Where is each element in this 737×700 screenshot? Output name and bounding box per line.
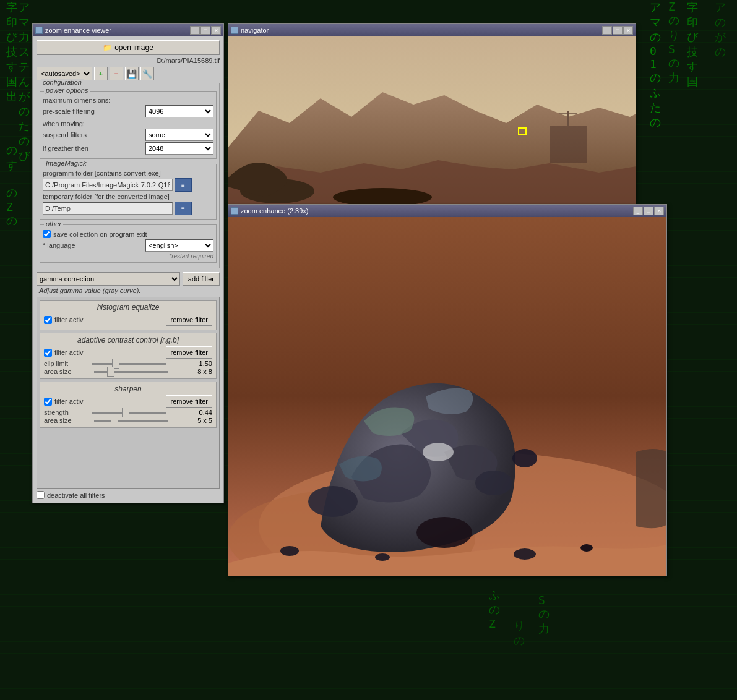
histogram-remove-button[interactable]: remove filter (166, 314, 212, 326)
deactivate-all-label: deactivate all filters (47, 492, 105, 499)
browse-icon2: ≡ (181, 205, 185, 212)
max-dimensions-label: maximum dimensions: (43, 96, 213, 104)
zoom-controls: _ □ ✕ (633, 207, 664, 215)
titlebar-left: zoom enhance viewer (35, 27, 111, 34)
svg-point-17 (514, 548, 536, 560)
close-button[interactable]: ✕ (211, 26, 221, 35)
filter-type-select[interactable]: gamma correction histogram equalize shar… (37, 272, 180, 286)
configuration-group: configuration power options maximum dime… (37, 83, 220, 268)
language-label: * language (43, 242, 75, 249)
sharpen-filter: sharpen filter activ remove filter stren… (40, 382, 217, 428)
filter-description: Adjust gamma value (gray curve). (39, 287, 220, 294)
save-collection-checkbox[interactable] (43, 230, 51, 238)
sharpen-area-slider[interactable] (94, 420, 168, 422)
maximize-button[interactable]: □ (200, 26, 210, 35)
settings-button[interactable]: 🔧 (140, 67, 154, 80)
temp-folder-input[interactable] (43, 202, 173, 215)
adaptive-contrast-row: filter activ remove filter (44, 346, 212, 359)
program-folder-browse[interactable]: ≡ (175, 178, 192, 192)
nav-controls: _ □ ✕ (602, 26, 633, 35)
add-filter-button[interactable]: add filter (183, 272, 220, 286)
histogram-equalize-active[interactable] (44, 316, 52, 324)
power-options-group: power options maximum dimensions: pre-sc… (40, 91, 217, 159)
viewer-titlebar: zoom enhance viewer _ □ ✕ (33, 24, 223, 36)
zoom-close-button[interactable]: ✕ (654, 207, 664, 215)
zoom-terrain-svg (228, 217, 666, 576)
browse-icon: ≡ (181, 182, 185, 189)
if-greater-select[interactable]: 2048 (145, 142, 213, 155)
histogram-active-label: filter activ (54, 316, 83, 323)
viewer-content: 📁 open image D:/mars/PIA15689.tif <autos… (33, 36, 223, 503)
suspend-select[interactable]: some (145, 129, 213, 141)
minimize-button[interactable]: _ (190, 26, 200, 35)
zoom-minimize-button[interactable]: _ (633, 207, 643, 215)
zoom-enhance-window: zoom enhance (2.39x) _ □ ✕ (228, 204, 667, 576)
svg-point-13 (512, 449, 537, 467)
viewer-controls: _ □ ✕ (190, 26, 221, 35)
area-size-slider[interactable] (94, 371, 168, 373)
clip-limit-label: clip limit (44, 360, 68, 367)
temp-folder-browse[interactable]: ≡ (175, 202, 192, 215)
save-collection-row: save collection on program exit (43, 230, 213, 238)
filter-selector-row: gamma correction histogram equalize shar… (37, 272, 220, 286)
navigator-image[interactable] (228, 36, 636, 207)
other-group: other save collection on program exit * … (40, 224, 217, 263)
viewer-icon (35, 27, 43, 34)
zoom-icon (231, 207, 238, 215)
program-folder-label: programm folder [contains convert.exe] (43, 169, 213, 177)
sharpen-remove-button[interactable]: remove filter (166, 395, 212, 408)
clip-limit-slider[interactable] (92, 363, 166, 365)
zoom-titlebar: zoom enhance (2.39x) _ □ ✕ (228, 205, 666, 217)
adaptive-contrast-active[interactable] (44, 349, 52, 357)
svg-point-18 (580, 544, 593, 552)
other-title: other (44, 220, 63, 228)
pre-scale-label: pre-scale filtering (43, 108, 95, 115)
power-options-title: power options (44, 87, 90, 94)
svg-point-12 (475, 471, 512, 495)
zoom-image-container (228, 217, 666, 576)
sharpen-row: filter activ remove filter (44, 395, 212, 408)
svg-point-10 (423, 443, 454, 461)
deactivate-all-checkbox[interactable] (37, 491, 45, 499)
suspend-row: suspend filters some (43, 129, 213, 141)
nav-close-button[interactable]: ✕ (623, 26, 633, 35)
temp-folder-row: ≡ (43, 202, 213, 215)
zoom-titlebar-left: zoom enhance (2.39x) (231, 207, 308, 215)
navigator-titlebar: navigator _ □ ✕ (228, 24, 636, 36)
imagemagick-group: ImageMagick programm folder [contains co… (40, 164, 217, 220)
save-icon: 💾 (127, 69, 137, 79)
sharpen-active[interactable] (44, 398, 52, 406)
nav-maximize-button[interactable]: □ (613, 26, 623, 35)
sharpen-area-row: area size 5 x 5 (44, 417, 212, 424)
histogram-equalize-row: filter activ remove filter (44, 314, 212, 326)
open-image-label: open image (114, 43, 153, 52)
area-size-row: area size 8 x 8 (44, 368, 212, 375)
nav-minimize-button[interactable]: _ (602, 26, 612, 35)
sharpen-active-label: filter activ (54, 398, 83, 405)
save-preset-button[interactable]: 💾 (125, 67, 139, 80)
pre-scale-select[interactable]: 4096 (145, 105, 213, 117)
deactivate-row: deactivate all filters (37, 491, 220, 499)
add-preset-button[interactable]: + (94, 67, 108, 80)
language-select[interactable]: <english> (145, 239, 213, 252)
temp-folder-label: temporary folder [for the converted imag… (43, 193, 213, 200)
program-folder-input[interactable] (43, 179, 173, 191)
if-greater-label: if greather then (43, 145, 88, 152)
svg-point-14 (416, 517, 472, 548)
strength-slider[interactable] (92, 412, 166, 414)
zoom-maximize-button[interactable]: □ (644, 207, 653, 215)
open-image-button[interactable]: 📁 open image (37, 40, 220, 55)
filter-list: histogram equalize filter activ remove f… (37, 297, 220, 489)
navigator-window: navigator _ □ ✕ (228, 23, 636, 207)
adaptive-active-label: filter activ (54, 349, 83, 356)
suspend-label: suspend filters (43, 131, 87, 139)
histogram-equalize-filter: histogram equalize filter activ remove f… (40, 300, 217, 330)
svg-point-15 (280, 546, 299, 556)
svg-rect-1 (550, 126, 587, 163)
strength-label: strength (44, 409, 69, 416)
adaptive-contrast-title: adaptive contrast control [r,g,b] (44, 336, 212, 344)
adaptive-remove-button[interactable]: remove filter (166, 346, 212, 359)
remove-preset-button[interactable]: − (110, 67, 123, 80)
zoom-image[interactable] (228, 217, 666, 576)
histogram-equalize-title: histogram equalize (44, 303, 212, 312)
